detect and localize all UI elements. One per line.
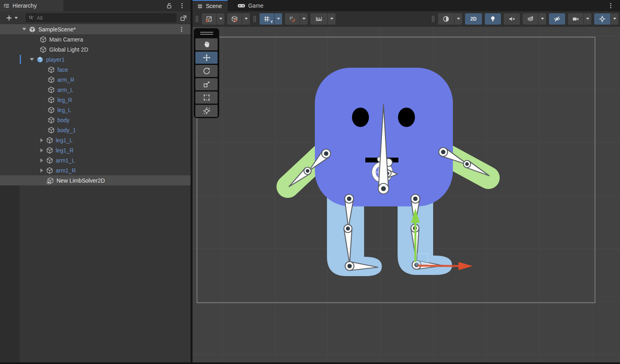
gameobject-cube-icon (48, 116, 55, 124)
gameobject-cube-icon (48, 106, 55, 114)
hierarchy-item-body-1[interactable]: body_1 (0, 125, 191, 135)
tool-handle-position-dropdown[interactable] (202, 13, 224, 25)
add-object-button[interactable] (4, 14, 19, 22)
hidden-objects-button[interactable] (549, 13, 565, 25)
tool-handle-rotation-dropdown[interactable] (227, 13, 250, 25)
unity-scene-icon (29, 26, 36, 33)
hierarchy-tab-label: Hierarchy (13, 2, 37, 9)
new-gameobject-cube-icon (47, 177, 54, 184)
gameobject-cube-icon (46, 167, 53, 174)
dropdown-caret-icon (219, 18, 222, 20)
shading-sphere-icon (442, 15, 450, 23)
hierarchy-item-new-limbsolver2d[interactable]: New LimbSolver2D (0, 175, 191, 185)
camera-settings-dropdown[interactable] (568, 13, 591, 25)
2d-mode-button[interactable]: 2D (465, 13, 482, 25)
hierarchy-item-leg-l[interactable]: leg_L (0, 105, 191, 115)
ruler-icon (315, 15, 323, 23)
transform-icon (203, 107, 211, 115)
hierarchy-item-leg1-r[interactable]: leg1_R (0, 145, 191, 155)
scene-tabbar: Scene Game (193, 0, 620, 11)
gizmos-dropdown[interactable] (594, 13, 618, 25)
hierarchy-item-arm-l[interactable]: arm_L (0, 85, 191, 95)
player-right-eye (398, 108, 415, 127)
shading-mode-dropdown[interactable] (438, 13, 462, 25)
foldout-expanded-icon[interactable] (22, 28, 26, 31)
hierarchy-item-body[interactable]: body (0, 115, 191, 125)
grid-snapping-dropdown[interactable] (285, 13, 308, 25)
hierarchy-tree: SampleScene* Main Camera Global Light 2D… (0, 24, 191, 364)
hierarchy-list-icon (4, 3, 10, 9)
hierarchy-item-leg-r[interactable]: leg_R (0, 95, 191, 105)
move-gizmo-x-axis[interactable] (418, 266, 459, 266)
view-hand-tool-button[interactable] (195, 38, 218, 50)
dropdown-caret-icon (457, 18, 460, 20)
hierarchy-empty-area (0, 185, 191, 364)
foldout-collapsed-icon[interactable] (40, 158, 43, 162)
hierarchy-item-arm1-r[interactable]: arm1_R (0, 165, 191, 175)
toolbar-drag-handle[interactable] (253, 16, 256, 22)
selection-marker (20, 55, 21, 64)
hierarchy-menu-kebab-icon[interactable] (178, 2, 186, 9)
scene-menu-kebab-icon[interactable] (178, 26, 185, 33)
foldout-collapsed-icon[interactable] (40, 168, 43, 173)
move-gizmo-plane-handle[interactable] (416, 254, 428, 266)
rect-tool-icon (203, 94, 211, 102)
rotate-tool-button[interactable] (195, 65, 218, 77)
tab-scene[interactable]: Scene (193, 0, 228, 11)
tab-game[interactable]: Game (232, 0, 269, 11)
grid-visibility-dropdown[interactable]: Y (260, 13, 282, 25)
toolbar-drag-handle[interactable] (196, 16, 198, 22)
hierarchy-item-main-camera[interactable]: Main Camera (0, 34, 191, 44)
gameobject-cube-icon (40, 36, 47, 43)
scene-canvas (193, 27, 620, 364)
scene-panel-menu-kebab-icon[interactable] (607, 2, 614, 9)
orientation-cube-icon (231, 15, 238, 23)
lock-open-icon[interactable] (165, 2, 173, 9)
player-left-eye (352, 108, 369, 127)
scene-name: SampleScene* (38, 26, 76, 33)
palette-drag-handle[interactable] (194, 29, 219, 37)
hierarchy-search-field[interactable] (26, 13, 176, 22)
dropdown-caret-icon (245, 18, 248, 20)
window-bottom-edge (0, 362, 620, 364)
gameobject-cube-icon (46, 147, 53, 154)
snap-magnet-icon (289, 15, 296, 23)
gameobject-cube-icon (40, 46, 47, 53)
hierarchy-toolbar (0, 11, 191, 24)
grid-icon (263, 15, 270, 23)
tab-hierarchy[interactable]: Hierarchy (0, 0, 63, 11)
audio-mute-button[interactable] (504, 13, 520, 25)
dropdown-caret-icon (302, 18, 306, 20)
popout-icon (180, 14, 187, 22)
hierarchy-item-global-light[interactable]: Global Light 2D (0, 44, 191, 54)
scene-lighting-button[interactable] (485, 13, 501, 25)
gameobject-cube-icon (48, 127, 55, 134)
foldout-collapsed-icon[interactable] (40, 138, 43, 142)
scene-viewport[interactable] (193, 27, 620, 364)
hierarchy-item-arm1-l[interactable]: arm1_L (0, 155, 191, 165)
move-gizmo-x-arrowhead[interactable] (459, 262, 473, 270)
transform-tool-button[interactable] (195, 105, 218, 117)
search-icon (28, 15, 34, 21)
effects-dropdown[interactable] (523, 13, 546, 25)
move-tool-button[interactable] (195, 52, 218, 64)
search-input[interactable] (36, 15, 174, 21)
2d-label: 2D (470, 16, 476, 22)
popout-window-button[interactable] (178, 13, 188, 22)
scene-header-row[interactable]: SampleScene* (0, 24, 191, 34)
rotate-icon (203, 67, 211, 75)
gameobject-cube-icon (46, 137, 53, 144)
dropdown-caret-icon (330, 18, 333, 20)
foldout-expanded-icon[interactable] (30, 58, 34, 61)
scale-tool-button[interactable] (195, 78, 218, 90)
snap-increment-dropdown[interactable] (310, 13, 335, 25)
hierarchy-item-arm-r[interactable]: arm_R (0, 75, 191, 85)
rect-tool-button[interactable] (195, 92, 218, 104)
toolbar-drag-handle[interactable] (432, 16, 434, 22)
hierarchy-item-leg1-l[interactable]: leg1_L (0, 135, 191, 145)
foldout-collapsed-icon[interactable] (40, 148, 43, 152)
scene-toolbar: Y 2D (193, 11, 620, 27)
grid-axis-label: Y (270, 20, 273, 24)
hierarchy-item-player1[interactable]: player1 (0, 54, 191, 64)
hierarchy-item-face[interactable]: face (0, 64, 191, 75)
